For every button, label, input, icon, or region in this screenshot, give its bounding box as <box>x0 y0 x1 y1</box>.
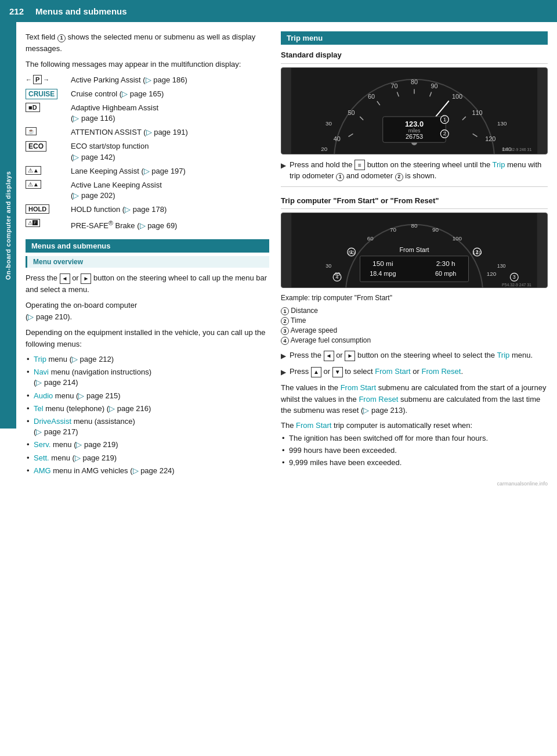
svg-text:120: 120 <box>485 135 495 142</box>
right-button: ► <box>81 273 91 284</box>
highbeam-label: Adaptive Highbeam Assist(▷ page 116) <box>71 103 158 124</box>
eco-icon-cell: ECO <box>26 141 66 152</box>
press-select-instruction: ▶ Press the ◄ or ► button on the steerin… <box>281 350 548 361</box>
from-start-body: The values in the From Start submenu are… <box>281 382 548 416</box>
hold-label: HOLD function (▷ page 178) <box>71 204 167 215</box>
svg-text:130: 130 <box>497 263 506 269</box>
svg-text:1: 1 <box>350 249 353 255</box>
menu-item-amg: AMG menu in AMG vehicles (▷ page 224) <box>26 466 269 476</box>
trip-computer-title: Trip computer "From Start" or "From Rese… <box>281 195 548 210</box>
svg-text:123.0: 123.0 <box>405 119 424 128</box>
left-btn-2: ◄ <box>324 351 334 361</box>
svg-text:80: 80 <box>411 78 418 85</box>
header-bar: 212 Menus and submenus <box>0 0 557 22</box>
hold-row: HOLD HOLD function (▷ page 178) <box>26 204 269 215</box>
svg-text:3: 3 <box>513 274 516 280</box>
arrow-right-sym-3: ▶ <box>281 367 286 377</box>
highbeam-icon: ■D <box>26 103 40 112</box>
svg-text:120: 120 <box>487 271 497 277</box>
auto-reset-item-2: 999 hours have been exceeded. <box>281 445 548 456</box>
active-lane-row: ⚠▲ Active Lane Keeping Assist(▷ page 202… <box>26 180 269 201</box>
svg-text:2:30 h: 2:30 h <box>436 260 455 268</box>
hold-icon: HOLD <box>26 204 49 214</box>
menu-overview-header: Menu overview <box>26 256 269 268</box>
svg-text:100: 100 <box>452 93 462 100</box>
parking-assist-icon: ← P → <box>26 75 49 84</box>
attention-assist-row: ☕ ATTENTION ASSIST (▷ page 191) <box>26 127 269 138</box>
svg-text:60: 60 <box>367 235 374 242</box>
example-text: Example: trip computer "From Start" <box>281 293 548 303</box>
menu-item-driveassist: DriveAssist menu (assistance)(▷ page 217… <box>26 416 269 437</box>
active-lane-label: Active Lane Keeping Assist(▷ page 202) <box>71 180 162 201</box>
menu-item-tel: Tel menu (telephone) (▷ page 216) <box>26 404 269 414</box>
right-column: Trip menu Standard display <box>281 31 548 492</box>
standard-display-title: Standard display <box>281 49 548 64</box>
menu-item-sett: Sett. menu (▷ page 219) <box>26 453 269 463</box>
svg-text:70: 70 <box>390 82 397 89</box>
svg-text:70: 70 <box>390 226 396 233</box>
svg-text:2: 2 <box>443 131 446 136</box>
svg-text:40: 40 <box>334 135 341 142</box>
lane-keeping-label: Lane Keeping Assist (▷ page 197) <box>71 166 186 177</box>
left-button: ◄ <box>60 273 70 284</box>
svg-text:130: 130 <box>497 120 507 126</box>
eco-icon: ECO <box>26 141 46 152</box>
presafe-icon: ⚠🅿 <box>26 219 40 227</box>
legend-item-2: 2 Time <box>281 316 548 325</box>
lane-keeping-row: ⚠▲ Lane Keeping Assist (▷ page 197) <box>26 166 269 177</box>
legend-item-1: 1 Distance <box>281 307 548 315</box>
svg-text:2: 2 <box>476 249 479 255</box>
lane-icon-cell: ⚠▲ <box>26 166 66 175</box>
arrow-right-sym-2: ▶ <box>281 351 286 361</box>
svg-text:1: 1 <box>443 116 446 122</box>
svg-text:80: 80 <box>411 222 418 229</box>
svg-text:26753: 26753 <box>406 133 423 140</box>
cruise-icon: CRUISE <box>26 89 57 99</box>
press-button-text: Press the ◄ or ► button on the steering … <box>26 272 269 295</box>
svg-text:30: 30 <box>325 263 331 269</box>
svg-text:50: 50 <box>348 109 355 116</box>
svg-text:150 mi: 150 mi <box>372 260 393 268</box>
menu-item-trip: Trip menu (▷ page 212) <box>26 354 269 365</box>
auto-reset-item-3: 9,999 miles have been exceeded. <box>281 458 548 468</box>
cruise-control-row: CRUISE Cruise control (▷ page 165) <box>26 89 269 99</box>
side-tab: On-board computer and displays <box>0 22 16 429</box>
cruise-icon-cell: CRUISE <box>26 89 66 99</box>
parking-icon-cell: ← P → <box>26 75 66 84</box>
presafe-row: ⚠🅿 PRE-SAFE® Brake (▷ page 69) <box>26 219 269 232</box>
hold-icon-cell: HOLD <box>26 204 66 214</box>
presafe-icon-cell: ⚠🅿 <box>26 219 66 227</box>
circle-1: 1 <box>57 34 66 42</box>
svg-text:4: 4 <box>336 274 339 280</box>
right-btn-2: ► <box>345 351 355 361</box>
press-up-down-instruction: ▶ Press ▲ or ▼ to select From Start or F… <box>281 366 548 377</box>
arrow-right-sym: ▶ <box>281 160 286 171</box>
svg-text:110: 110 <box>472 109 482 116</box>
watermark: carmanualsonline.info <box>281 480 548 488</box>
down-btn: ▼ <box>332 367 343 377</box>
menu-item-audio: Audio menu (▷ page 215) <box>26 391 269 401</box>
svg-text:60 mph: 60 mph <box>435 270 456 277</box>
svg-text:90: 90 <box>432 226 439 233</box>
menu-list: Trip menu (▷ page 212) Navi menu (naviga… <box>26 354 269 476</box>
main-content: Text field 1 shows the selected menu or … <box>16 22 557 502</box>
active-lane-icon-cell: ⚠▲ <box>26 180 66 189</box>
menu-item-navi: Navi menu (navigation instructions)(▷ pa… <box>26 367 269 388</box>
svg-text:90: 90 <box>431 82 438 89</box>
press-hold-instruction: ▶ Press and hold the ≡ button on the ste… <box>281 159 548 182</box>
cruise-label: Cruise control (▷ page 165) <box>71 89 164 99</box>
active-lane-icon: ⚠▲ <box>26 180 41 189</box>
auto-reset-intro: The From Start trip computer is automati… <box>281 420 548 431</box>
eco-label: ECO start/stop function(▷ page 142) <box>71 141 149 162</box>
svg-text:P54.32-9 246 31: P54.32-9 246 31 <box>502 147 531 152</box>
speedometer-image: 40 50 60 70 80 90 100 110 120 30 130 20 … <box>281 67 548 154</box>
following-messages: The following messages may appear in the… <box>26 59 269 70</box>
eco-row: ECO ECO start/stop function(▷ page 142) <box>26 141 269 162</box>
legend-item-4: 4 Average fuel consumption <box>281 336 548 345</box>
page-number: 212 <box>9 6 24 16</box>
svg-text:18.4 mpg: 18.4 mpg <box>370 270 396 277</box>
legend-list: 1 Distance 2 Time 3 Average speed 4 Aver… <box>281 307 548 345</box>
svg-text:20: 20 <box>321 146 327 152</box>
left-column: Text field 1 shows the selected menu or … <box>26 31 269 492</box>
svg-text:From Start: From Start <box>399 246 429 253</box>
